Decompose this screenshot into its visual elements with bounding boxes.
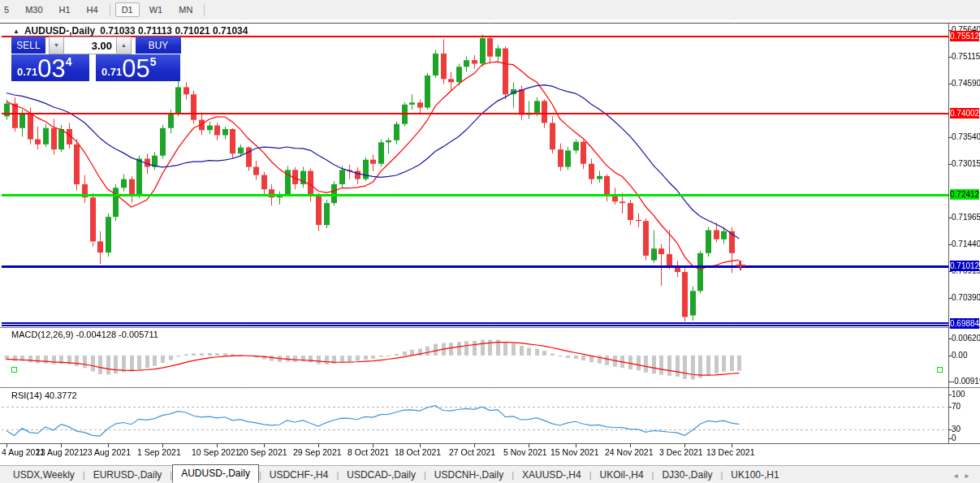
buy-price-prefix: 0.71: [101, 66, 122, 78]
timeframe-button-d1[interactable]: D1: [115, 2, 140, 17]
chart-tab-eurusd-daily[interactable]: EURUSD-,Daily: [85, 467, 171, 483]
rsi-axis-label: 100: [952, 390, 965, 399]
date-axis-label: 27 Oct 2021: [449, 447, 495, 457]
chart-symbol-title: AUDUSD-,Daily: [24, 25, 95, 37]
chevron-up-icon: ▲: [121, 42, 127, 48]
macd-axis-label: 0.006201: [952, 334, 980, 343]
price-level-badge: 0.71012: [950, 261, 979, 271]
chart-tab-uk100-h1[interactable]: UK100-,H1: [723, 467, 787, 483]
timeframe-button-5[interactable]: 5: [0, 2, 15, 17]
date-axis-label: 20 Sep 2021: [239, 447, 287, 457]
chart-tab-bar: USDX,Weekly|EURUSD-,Daily|AUDUSD-,Daily|…: [0, 465, 980, 483]
date-axis-label: 29 Sep 2021: [293, 447, 342, 457]
timeframe-button-h4[interactable]: H4: [80, 2, 105, 17]
date-axis-label: 8 Oct 2021: [348, 447, 389, 457]
chart-collapse-icon[interactable]: ▲: [13, 28, 19, 35]
chart-window: ▲ AUDUSD-,Daily 0.71033 0.71113 0.71021 …: [0, 19, 980, 465]
chart-tab-audusd-daily[interactable]: AUDUSD-,Daily: [172, 464, 259, 483]
sell-price-big: 03: [37, 57, 65, 80]
chart-ohlc-values: 0.71033 0.71113 0.71021 0.71034: [100, 25, 248, 37]
buy-price-pips: 5: [150, 55, 157, 68]
support-line-07241-handle-left[interactable]: [11, 367, 17, 373]
buy-price-display[interactable]: 0.71 05 5: [96, 54, 180, 81]
one-click-trade-panel: SELL ▼ ▲ BUY 0.71 03 4 0.71 05 5: [11, 37, 184, 81]
chart-tab-ukoil-h4[interactable]: UKOil-,H4: [592, 467, 652, 483]
rsi-indicator-label: RSI(14) 40.3772: [11, 390, 77, 400]
date-axis-label: 24 Nov 2021: [605, 447, 654, 457]
price-axis-label: 0.70390: [952, 293, 980, 302]
rsi-axis-label: 0: [952, 433, 956, 442]
price-level-badge: 0.75512: [950, 31, 979, 41]
price-axis-label: 0.75115: [952, 52, 980, 61]
sell-button[interactable]: SELL: [11, 37, 45, 54]
timeframe-button-w1[interactable]: W1: [143, 2, 170, 17]
chart-tab-usdcnh-daily[interactable]: USDCNH-,Daily: [426, 467, 512, 483]
volume-decrease-button[interactable]: ▼: [49, 37, 64, 54]
buy-price-big: 05: [122, 57, 149, 80]
date-axis-label: 3 Dec 2021: [659, 447, 703, 457]
price-level-badge: 0.74002: [950, 108, 979, 119]
macd-axis-label: -0.00919: [952, 377, 980, 386]
price-axis-label: 0.73540: [952, 132, 980, 141]
support-line-06988[interactable]: [2, 322, 948, 326]
date-axis-label: 23 Aug 2021: [83, 447, 131, 457]
rsi-axis-label: 30: [952, 425, 961, 433]
price-chart-canvas[interactable]: [0, 19, 980, 465]
chart-header: ▲ AUDUSD-,Daily 0.71033 0.71113 0.71021 …: [13, 25, 248, 37]
buy-button[interactable]: BUY: [136, 37, 181, 54]
timeframe-button-h1[interactable]: H1: [53, 2, 77, 17]
volume-input[interactable]: [64, 37, 116, 54]
price-axis-label: 0.71440: [952, 239, 980, 248]
tabs-scroll-right-icon[interactable]: ►: [964, 472, 975, 480]
macd-axis-label: 0.00: [952, 351, 967, 360]
support-line-07241[interactable]: [2, 194, 948, 196]
timeframe-toolbar: 5M30H1H4D1W1MN: [0, 0, 980, 19]
support-line-07101[interactable]: [2, 265, 948, 268]
sell-price-display[interactable]: 0.71 03 4: [11, 54, 89, 81]
price-axis-label: 0.74590: [952, 79, 980, 88]
toolbar-separator: [204, 3, 205, 16]
price-axis-label: 0.71965: [952, 213, 980, 222]
chart-tab-usdchf-h4[interactable]: USDCHF-,H4: [261, 467, 337, 483]
price-axis-label: 0.73015: [952, 159, 980, 168]
toolbar-separator: [110, 3, 110, 16]
date-axis-label: 15 Nov 2021: [550, 447, 599, 457]
sell-price-pips: 4: [66, 55, 72, 68]
chevron-down-icon: ▼: [54, 42, 59, 48]
resistance-line-07400[interactable]: [2, 113, 948, 114]
date-axis-label: 13 Aug 2021: [36, 447, 84, 457]
volume-increase-button[interactable]: ▲: [116, 37, 132, 54]
mt4-window: 5M30H1H4D1W1MN ▲ AUDUSD-,Daily 0.71033 0…: [0, 0, 980, 483]
macd-indicator-label: MACD(12,26,9) -0.004128 -0.005711: [11, 330, 158, 339]
date-axis-label: 5 Nov 2021: [503, 447, 547, 457]
chart-tab-xauusd-h4[interactable]: XAUUSD-,H4: [514, 467, 589, 483]
rsi-axis-label: 70: [952, 402, 961, 411]
chart-tab-dj30-daily[interactable]: DJ30-,Daily: [654, 467, 720, 483]
date-axis-label: 18 Oct 2021: [395, 447, 441, 457]
chart-tab-usdcad-daily[interactable]: USDCAD-,Daily: [339, 467, 424, 483]
support-line-07241-handle-right[interactable]: [937, 367, 943, 373]
chart-tab-usdx-weekly[interactable]: USDX,Weekly: [5, 467, 83, 483]
timeframe-button-mn[interactable]: MN: [172, 2, 199, 17]
sell-price-prefix: 0.71: [17, 66, 37, 78]
date-axis-label: 10 Sep 2021: [192, 447, 240, 457]
price-level-badge: 0.69884: [950, 318, 979, 329]
tabs-scroll-left-icon[interactable]: ◄: [952, 472, 964, 480]
price-level-badge: 0.72412: [950, 189, 979, 200]
timeframe-button-m30[interactable]: M30: [19, 2, 49, 17]
date-axis-label: 1 Sep 2021: [137, 447, 181, 457]
date-axis-label: 13 Dec 2021: [706, 447, 755, 457]
